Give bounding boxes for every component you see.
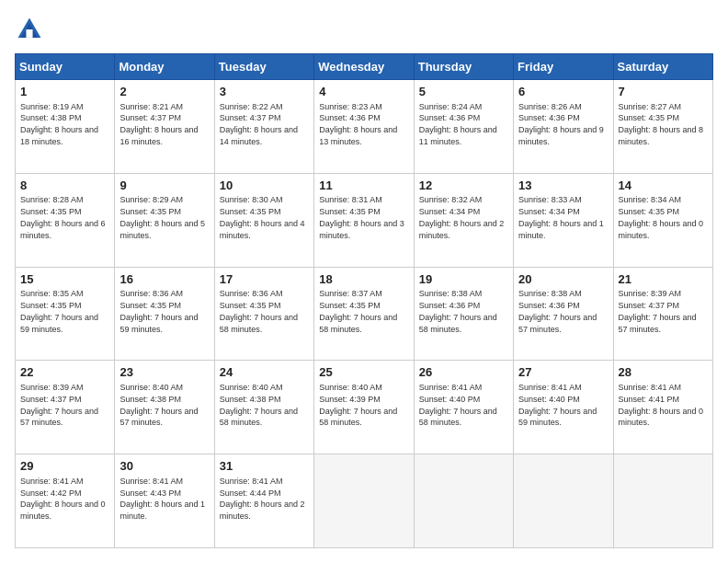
week-row-2: 8 Sunrise: 8:28 AMSunset: 4:35 PMDayligh… [16, 173, 713, 267]
calendar-cell: 28 Sunrise: 8:41 AMSunset: 4:41 PMDaylig… [613, 361, 712, 454]
calendar-cell: 3 Sunrise: 8:22 AMSunset: 4:37 PMDayligh… [214, 80, 313, 174]
day-number: 8 [20, 178, 109, 194]
cell-info: Sunrise: 8:41 AMSunset: 4:44 PMDaylight:… [220, 477, 305, 521]
calendar-cell: 12 Sunrise: 8:32 AMSunset: 4:34 PMDaylig… [414, 173, 513, 267]
calendar-cell: 10 Sunrise: 8:30 AMSunset: 4:35 PMDaylig… [214, 173, 313, 267]
day-number: 19 [419, 271, 508, 288]
calendar-cell: 16 Sunrise: 8:36 AMSunset: 4:35 PMDaylig… [115, 267, 214, 361]
week-row-5: 29 Sunrise: 8:41 AMSunset: 4:42 PMDaylig… [16, 454, 713, 548]
cell-info: Sunrise: 8:34 AMSunset: 4:35 PMDaylight:… [619, 195, 704, 239]
calendar-cell: 26 Sunrise: 8:41 AMSunset: 4:40 PMDaylig… [414, 361, 513, 454]
calendar-cell: 22 Sunrise: 8:39 AMSunset: 4:37 PMDaylig… [16, 361, 115, 454]
col-header-sunday: Sunday [16, 54, 115, 80]
cell-info: Sunrise: 8:22 AMSunset: 4:37 PMDaylight:… [220, 102, 298, 146]
cell-info: Sunrise: 8:41 AMSunset: 4:40 PMDaylight:… [419, 383, 497, 427]
day-number: 21 [619, 271, 708, 288]
week-row-4: 22 Sunrise: 8:39 AMSunset: 4:37 PMDaylig… [16, 361, 713, 454]
day-number: 12 [419, 178, 508, 194]
cell-info: Sunrise: 8:41 AMSunset: 4:43 PMDaylight:… [119, 477, 205, 521]
cell-info: Sunrise: 8:39 AMSunset: 4:37 PMDaylight:… [619, 289, 697, 333]
day-number: 10 [220, 178, 309, 194]
day-number: 26 [419, 364, 508, 381]
cell-info: Sunrise: 8:21 AMSunset: 4:37 PMDaylight:… [119, 102, 198, 146]
cell-info: Sunrise: 8:31 AMSunset: 4:35 PMDaylight:… [319, 195, 404, 239]
cell-info: Sunrise: 8:29 AMSunset: 4:35 PMDaylight:… [119, 195, 205, 239]
day-number: 31 [220, 458, 309, 475]
cell-info: Sunrise: 8:39 AMSunset: 4:37 PMDaylight:… [20, 383, 98, 427]
day-number: 25 [319, 364, 408, 381]
cell-info: Sunrise: 8:33 AMSunset: 4:34 PMDaylight:… [518, 195, 604, 239]
calendar-header-row: SundayMondayTuesdayWednesdayThursdayFrid… [16, 54, 713, 80]
cell-info: Sunrise: 8:28 AMSunset: 4:35 PMDaylight:… [20, 195, 106, 239]
calendar-cell [414, 454, 513, 548]
cell-info: Sunrise: 8:38 AMSunset: 4:36 PMDaylight:… [518, 289, 597, 333]
calendar-cell: 17 Sunrise: 8:36 AMSunset: 4:35 PMDaylig… [214, 267, 313, 361]
cell-info: Sunrise: 8:23 AMSunset: 4:36 PMDaylight:… [319, 102, 397, 146]
cell-info: Sunrise: 8:37 AMSunset: 4:35 PMDaylight:… [319, 289, 397, 333]
calendar-cell: 8 Sunrise: 8:28 AMSunset: 4:35 PMDayligh… [16, 173, 115, 267]
calendar-cell: 11 Sunrise: 8:31 AMSunset: 4:35 PMDaylig… [314, 173, 414, 267]
day-number: 18 [319, 271, 408, 288]
calendar-cell: 29 Sunrise: 8:41 AMSunset: 4:42 PMDaylig… [16, 454, 115, 548]
cell-info: Sunrise: 8:41 AMSunset: 4:40 PMDaylight:… [518, 383, 597, 427]
calendar-cell: 4 Sunrise: 8:23 AMSunset: 4:36 PMDayligh… [314, 80, 414, 174]
day-number: 17 [220, 271, 309, 288]
day-number: 28 [619, 364, 708, 381]
cell-info: Sunrise: 8:32 AMSunset: 4:34 PMDaylight:… [419, 195, 505, 239]
logo [15, 15, 48, 44]
col-header-monday: Monday [115, 54, 214, 80]
calendar-cell [314, 454, 414, 548]
day-number: 29 [20, 458, 109, 475]
cell-info: Sunrise: 8:30 AMSunset: 4:35 PMDaylight:… [220, 195, 305, 239]
day-number: 22 [20, 364, 109, 381]
day-number: 23 [119, 364, 209, 381]
col-header-wednesday: Wednesday [314, 54, 414, 80]
cell-info: Sunrise: 8:19 AMSunset: 4:38 PMDaylight:… [20, 102, 98, 146]
calendar-cell: 6 Sunrise: 8:26 AMSunset: 4:36 PMDayligh… [514, 80, 613, 174]
calendar-cell: 9 Sunrise: 8:29 AMSunset: 4:35 PMDayligh… [115, 173, 214, 267]
calendar-cell [514, 454, 613, 548]
day-number: 14 [619, 178, 708, 194]
day-number: 15 [20, 271, 109, 288]
col-header-thursday: Thursday [414, 54, 513, 80]
cell-info: Sunrise: 8:36 AMSunset: 4:35 PMDaylight:… [119, 289, 198, 333]
calendar-cell: 19 Sunrise: 8:38 AMSunset: 4:36 PMDaylig… [414, 267, 513, 361]
week-row-3: 15 Sunrise: 8:35 AMSunset: 4:35 PMDaylig… [16, 267, 713, 361]
calendar-cell: 15 Sunrise: 8:35 AMSunset: 4:35 PMDaylig… [16, 267, 115, 361]
day-number: 27 [518, 364, 608, 381]
day-number: 4 [319, 84, 408, 100]
calendar-cell: 13 Sunrise: 8:33 AMSunset: 4:34 PMDaylig… [514, 173, 613, 267]
page: SundayMondayTuesdayWednesdayThursdayFrid… [0, 0, 728, 563]
calendar-cell: 18 Sunrise: 8:37 AMSunset: 4:35 PMDaylig… [314, 267, 414, 361]
day-number: 16 [119, 271, 209, 288]
week-row-1: 1 Sunrise: 8:19 AMSunset: 4:38 PMDayligh… [16, 80, 713, 174]
day-number: 2 [119, 84, 209, 100]
calendar-cell: 27 Sunrise: 8:41 AMSunset: 4:40 PMDaylig… [514, 361, 613, 454]
col-header-saturday: Saturday [613, 54, 712, 80]
cell-info: Sunrise: 8:24 AMSunset: 4:36 PMDaylight:… [419, 102, 497, 146]
col-header-friday: Friday [514, 54, 613, 80]
cell-info: Sunrise: 8:38 AMSunset: 4:36 PMDaylight:… [419, 289, 497, 333]
calendar-cell: 31 Sunrise: 8:41 AMSunset: 4:44 PMDaylig… [214, 454, 313, 548]
logo-icon [15, 15, 44, 44]
svg-rect-2 [26, 29, 32, 38]
day-number: 20 [518, 271, 608, 288]
calendar-cell: 5 Sunrise: 8:24 AMSunset: 4:36 PMDayligh… [414, 80, 513, 174]
calendar-cell: 14 Sunrise: 8:34 AMSunset: 4:35 PMDaylig… [613, 173, 712, 267]
day-number: 24 [220, 364, 309, 381]
header [15, 15, 713, 44]
day-number: 9 [119, 178, 209, 194]
day-number: 6 [518, 84, 608, 100]
cell-info: Sunrise: 8:40 AMSunset: 4:39 PMDaylight:… [319, 383, 397, 427]
calendar-cell: 2 Sunrise: 8:21 AMSunset: 4:37 PMDayligh… [115, 80, 214, 174]
cell-info: Sunrise: 8:41 AMSunset: 4:42 PMDaylight:… [20, 477, 106, 521]
day-number: 1 [20, 84, 109, 100]
cell-info: Sunrise: 8:35 AMSunset: 4:35 PMDaylight:… [20, 289, 98, 333]
calendar-cell: 7 Sunrise: 8:27 AMSunset: 4:35 PMDayligh… [613, 80, 712, 174]
cell-info: Sunrise: 8:27 AMSunset: 4:35 PMDaylight:… [619, 102, 704, 146]
calendar-cell [613, 454, 712, 548]
calendar-cell: 21 Sunrise: 8:39 AMSunset: 4:37 PMDaylig… [613, 267, 712, 361]
calendar-table: SundayMondayTuesdayWednesdayThursdayFrid… [15, 53, 713, 548]
cell-info: Sunrise: 8:26 AMSunset: 4:36 PMDaylight:… [518, 102, 604, 146]
day-number: 3 [220, 84, 309, 100]
